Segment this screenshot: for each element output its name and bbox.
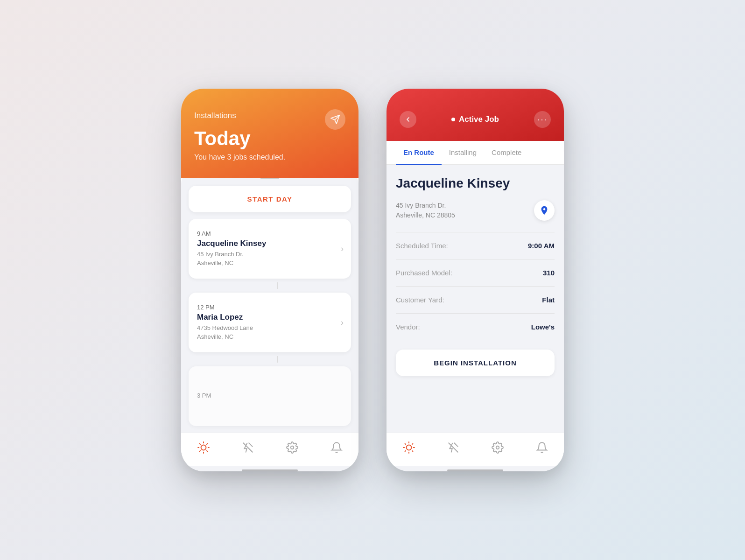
- detail-row-vendor: Vendor: Lowe's: [396, 315, 555, 338]
- job-1-time: 9 AM: [197, 230, 341, 237]
- svg-point-2: [201, 445, 206, 450]
- start-day-card[interactable]: START DAY: [189, 186, 351, 212]
- divider-1: [396, 232, 555, 232]
- divider-2: [396, 259, 555, 259]
- left-header: Installations Today You have 3 jobs sche…: [181, 89, 358, 178]
- nav-tools-icon-right[interactable]: [442, 439, 465, 456]
- nav-sun-icon[interactable]: [192, 439, 215, 456]
- active-status-dot: [451, 118, 455, 121]
- job-1-address: 45 Ivy Branch Dr. Asheville, NC: [197, 250, 341, 267]
- detail-row-yard: Customer Yard: Flat: [396, 288, 555, 311]
- job-2-time: 12 PM: [197, 304, 341, 311]
- svg-line-22: [412, 444, 413, 445]
- tab-bar: En Route Installing Complete: [387, 141, 564, 165]
- svg-point-25: [496, 446, 499, 449]
- address-row: 45 Ivy Branch Dr. Asheville, NC 28805: [396, 200, 555, 221]
- right-header: Active Job ···: [387, 89, 564, 141]
- model-value: 310: [543, 269, 555, 277]
- job-card-1-content: 9 AM Jacqueline Kinsey 45 Ivy Branch Dr.…: [197, 230, 341, 267]
- right-bottom-nav: [387, 433, 564, 466]
- yard-value: Flat: [542, 296, 555, 304]
- job-card-2[interactable]: 12 PM Maria Lopez 4735 Redwood Lane Ashe…: [189, 293, 351, 352]
- job-detail-content: Jacqueline Kinsey 45 Ivy Branch Dr. Ashe…: [387, 165, 564, 433]
- job-card-3[interactable]: 3 PM: [189, 366, 351, 426]
- job-card-2-content: 12 PM Maria Lopez 4735 Redwood Lane Ashe…: [197, 304, 341, 341]
- tab-complete[interactable]: Complete: [484, 141, 529, 165]
- begin-installation-button[interactable]: BEGIN INSTALLATION: [396, 350, 555, 376]
- svg-point-13: [290, 446, 294, 449]
- svg-line-6: [206, 451, 207, 452]
- job-3-time: 3 PM: [197, 392, 344, 399]
- right-top-bar: Active Job ···: [400, 111, 551, 128]
- more-options-button[interactable]: ···: [534, 111, 551, 128]
- jobs-subtitle: You have 3 jobs scheduled.: [194, 153, 345, 161]
- start-day-label: START DAY: [247, 195, 293, 203]
- job-2-name: Maria Lopez: [197, 313, 341, 322]
- svg-line-17: [405, 444, 406, 445]
- svg-line-18: [412, 451, 413, 452]
- app-title: Installations: [194, 111, 345, 120]
- vendor-label: Vendor:: [396, 323, 420, 331]
- nav-tools-icon[interactable]: [236, 439, 260, 456]
- svg-line-21: [405, 451, 406, 452]
- left-content: START DAY 9 AM Jacqueline Kinsey 45 Ivy …: [181, 173, 358, 471]
- customer-name: Jacqueline Kinsey: [396, 176, 555, 191]
- address-text: 45 Ivy Branch Dr. Asheville, NC 28805: [396, 201, 455, 220]
- vendor-value: Lowe's: [531, 323, 555, 331]
- job-2-address: 4735 Redwood Lane Asheville, NC: [197, 324, 341, 341]
- job-card-3-content: 3 PM: [197, 392, 344, 401]
- tab-en-route[interactable]: En Route: [396, 141, 442, 165]
- time-value: 9:00 AM: [528, 242, 555, 250]
- home-indicator-right: [447, 469, 503, 471]
- svg-point-14: [406, 445, 411, 450]
- nav-gear-icon[interactable]: [281, 439, 304, 456]
- back-button[interactable]: [400, 111, 416, 128]
- job-1-name: Jacqueline Kinsey: [197, 239, 341, 248]
- svg-line-9: [199, 451, 200, 452]
- job-timeline: 9 AM Jacqueline Kinsey 45 Ivy Branch Dr.…: [181, 219, 358, 433]
- left-phone: Installations Today You have 3 jobs sche…: [181, 89, 358, 471]
- model-label: Purchased Model:: [396, 269, 452, 277]
- active-job-label: Active Job: [451, 115, 499, 124]
- yard-label: Customer Yard:: [396, 296, 444, 304]
- svg-line-12: [249, 443, 253, 447]
- divider-3: [396, 286, 555, 287]
- left-bottom-nav: [181, 433, 358, 466]
- send-icon-button[interactable]: [325, 109, 345, 130]
- right-phone: Active Job ··· En Route Installing Compl…: [387, 89, 564, 471]
- nav-sun-icon-right[interactable]: [397, 439, 421, 456]
- svg-line-10: [206, 444, 207, 445]
- today-title: Today: [194, 128, 345, 149]
- detail-row-time: Scheduled Time: 9:00 AM: [396, 234, 555, 257]
- nav-bell-icon[interactable]: [325, 439, 348, 456]
- job-2-chevron: ›: [341, 318, 344, 328]
- nav-bell-icon-right[interactable]: [530, 439, 554, 456]
- svg-line-5: [199, 444, 200, 445]
- time-label: Scheduled Time:: [396, 242, 448, 250]
- divider-4: [396, 313, 555, 314]
- job-card-1[interactable]: 9 AM Jacqueline Kinsey 45 Ivy Branch Dr.…: [189, 219, 351, 279]
- tab-installing[interactable]: Installing: [442, 141, 484, 165]
- nav-gear-icon-right[interactable]: [486, 439, 509, 456]
- job-1-chevron: ›: [341, 244, 344, 254]
- home-indicator: [242, 469, 298, 471]
- detail-row-model: Purchased Model: 310: [396, 261, 555, 284]
- location-button[interactable]: [534, 200, 555, 221]
- svg-line-24: [454, 443, 458, 447]
- right-content: En Route Installing Complete Jacqueline …: [387, 141, 564, 471]
